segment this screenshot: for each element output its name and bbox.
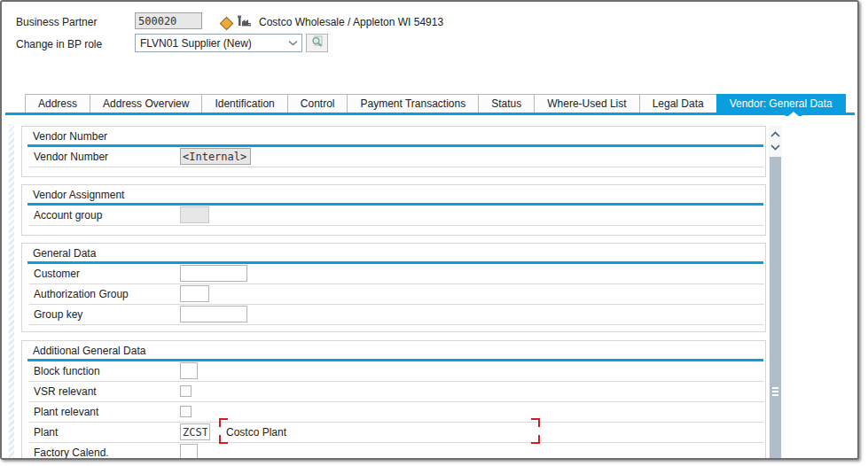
field-label: Group key [34,308,82,321]
tab-identification[interactable]: Identification [201,94,287,114]
field-row-account-group: Account group [29,206,764,226]
vendor-number-input[interactable] [180,148,251,165]
section-title: Vendor Assignment [33,188,765,203]
scroll-down-icon [770,138,780,154]
tab-payment-transactions[interactable]: Payment Transactions [347,94,479,114]
factory-calendar-input[interactable] [180,444,198,460]
field-row-plant-relevant: Plant relevant [29,402,764,423]
field-label: Vendor Number [34,151,108,163]
field-row-factory-calendar: Factory Calend. [29,443,764,460]
business-partner-description: Costco Wholesale / Appleton WI 54913 [259,16,443,28]
app-window: Business Partner Costco Wholesale / Appl… [0,0,859,460]
field-row-block-function: Block function [29,361,764,382]
section-title: Vendor Number [33,129,765,144]
tab-strip: Address Address Overview Identification … [25,94,846,114]
tab-status[interactable]: Status [478,94,535,114]
business-partner-input[interactable] [135,12,202,29]
field-label: Block function [34,365,100,377]
chevron-down-icon [288,40,298,46]
field-label: Customer [34,268,80,280]
section-additional-general-data: Additional General Data Block function V… [21,340,766,460]
field-label: Account group [34,209,102,221]
tab-address[interactable]: Address [25,94,90,114]
scroll-down-button[interactable] [769,139,782,152]
bp-role-diamond-icon [220,17,232,29]
tab-control[interactable]: Control [287,94,348,114]
account-group-input[interactable] [180,206,209,223]
field-label: Plant [34,426,58,439]
section-vendor-number: Vendor Number Vendor Number [21,126,766,177]
bp-role-label: Change in BP role [16,38,102,50]
tab-where-used-list[interactable]: Where-Used List [534,94,639,114]
left-gutter-pattern [9,124,14,459]
organization-icon [237,14,252,30]
active-tab-underline [5,113,855,115]
business-partner-label: Business Partner [16,16,97,28]
plant-description: Costco Plant [226,426,286,439]
scrollbar-thumb[interactable] [770,157,781,460]
vertical-scrollbar[interactable] [769,126,782,460]
scrollbar-grip [772,387,778,398]
vsr-relevant-checkbox[interactable] [180,385,192,397]
section-vendor-assignment: Vendor Assignment Account group [21,184,766,236]
customer-input[interactable] [180,265,247,282]
display-role-button[interactable] [306,34,328,52]
display-role-magnifier-icon [311,35,324,51]
field-row-plant: Plant Costco Plant [29,423,764,443]
block-function-input[interactable] [180,362,198,379]
section-general-data: General Data Customer Authorization Grou… [21,243,766,332]
section-title: Additional General Data [33,344,765,359]
field-label: Factory Calend. [34,447,109,459]
field-row-vsr-relevant: VSR relevant [29,382,764,402]
field-row-customer: Customer [29,264,764,284]
authorization-group-input[interactable] [180,285,209,302]
field-row-vendor-number: Vendor Number [29,147,764,167]
field-label: Plant relevant [34,406,98,418]
plant-relevant-checkbox[interactable] [180,406,192,417]
bp-role-dropdown[interactable]: FLVN01 Supplier (New) [135,34,302,52]
field-row-authorization-group: Authorization Group [29,284,764,305]
tab-legal-data[interactable]: Legal Data [639,94,717,114]
field-row-group-key: Group key [29,305,764,325]
section-title: General Data [33,246,765,261]
tab-vendor-general-data[interactable]: Vendor: General Data [716,94,846,114]
field-label: Authorization Group [34,288,129,300]
plant-input[interactable] [180,423,210,440]
bp-role-selected-value: FLVN01 Supplier (New) [140,37,288,50]
tab-address-overview[interactable]: Address Overview [90,94,202,114]
field-label: VSR relevant [34,385,97,398]
group-key-input[interactable] [180,306,247,322]
